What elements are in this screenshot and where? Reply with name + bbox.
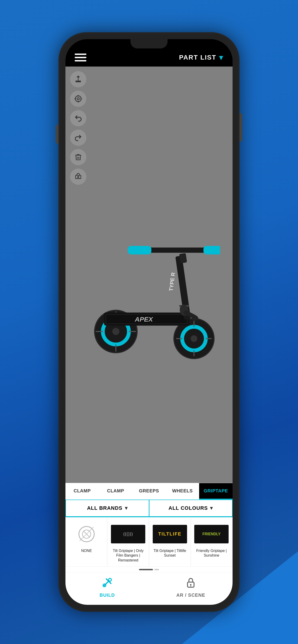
tiltlife-product-label: Tilt Griptape | Tiltlife Sunset (152, 548, 188, 558)
scroll-indicator-active (139, 569, 153, 570)
tiltlife-griptape-img: TILTLIFE (153, 525, 187, 544)
brand-filter-button[interactable]: ALL BRANDS ▾ (66, 500, 149, 517)
phone-container: PART LIST ▾ (59, 32, 239, 612)
svg-point-40 (109, 578, 111, 581)
scooter-illustration: APEX (78, 98, 220, 452)
scooter-viewer: APEX (66, 66, 232, 483)
colour-filter-button[interactable]: ALL COLOURS ▾ (149, 500, 233, 517)
tab-clamp-1[interactable]: CLAMP (66, 483, 99, 500)
tab-greeps[interactable]: GREEPS (132, 483, 166, 500)
svg-rect-30 (203, 246, 220, 254)
svg-text:APEX: APEX (135, 316, 153, 323)
tab-clamp-2[interactable]: CLAMP (99, 483, 132, 500)
power-button (239, 113, 242, 141)
build-icon (102, 577, 113, 591)
build-label: BUILD (100, 592, 115, 598)
bangers-product-image: ((())) (110, 522, 146, 546)
none-icon (79, 526, 95, 542)
nav-ar-scene[interactable]: AR / SCENE (149, 572, 232, 600)
product-grid: NONE ((())) Tilt Griptape | Only Film Ba… (66, 517, 232, 567)
product-card-tiltlife[interactable]: TILTLIFE Tilt Griptape | Tiltlife Sunset (149, 518, 191, 566)
scroll-indicator (66, 567, 232, 572)
page-wrapper: PART LIST ▾ (0, 0, 298, 644)
phone-screen: PART LIST ▾ (66, 39, 232, 605)
colour-filter-chevron: ▾ (210, 505, 213, 511)
bottom-nav: BUILD AR / SCENE (66, 572, 232, 605)
friendly-product-label: Friendly Griptape | Sunshine (194, 548, 230, 558)
part-list-button[interactable]: PART LIST ▾ (179, 53, 223, 62)
filter-row: ALL BRANDS ▾ ALL COLOURS ▾ (66, 500, 232, 517)
nav-build[interactable]: BUILD (66, 572, 149, 600)
part-list-label: PART LIST (179, 54, 216, 61)
lock-icon (185, 577, 196, 591)
brand-filter-chevron: ▾ (125, 505, 128, 511)
part-list-chevron-icon: ▾ (219, 53, 223, 62)
product-card-bangers[interactable]: ((())) Tilt Griptape | Only Film Bangers… (108, 518, 149, 566)
tab-wheels[interactable]: WHEELS (166, 483, 199, 500)
product-card-friendly[interactable]: FRIENDLY Friendly Griptape | Sunshine (191, 518, 232, 566)
hamburger-menu[interactable] (75, 54, 86, 62)
tab-griptape[interactable]: GRIPTAPE (199, 483, 232, 500)
tiltlife-product-image: TILTLIFE (152, 522, 188, 546)
part-tabs: CLAMP CLAMP GREEPS WHEELS GRIPTAPE (66, 483, 232, 500)
svg-line-36 (83, 531, 90, 537)
bangers-product-label: Tilt Griptape | Only Film Bangers | Rema… (110, 548, 146, 563)
product-card-none[interactable]: NONE (66, 518, 107, 566)
ar-scene-label: AR / SCENE (176, 592, 205, 598)
phone-notch (130, 39, 168, 48)
svg-rect-27 (179, 253, 187, 263)
svg-point-10 (112, 328, 120, 335)
scooter-image: APEX (66, 66, 232, 483)
bangers-griptape-img: ((())) (111, 525, 145, 544)
none-product-image (69, 522, 105, 546)
svg-rect-29 (128, 246, 151, 254)
scroll-indicator-dot (154, 569, 159, 570)
svg-rect-28 (147, 248, 208, 253)
friendly-griptape-img: FRIENDLY (194, 525, 229, 544)
volume-button (56, 125, 59, 144)
svg-point-17 (191, 335, 197, 342)
svg-text:TYPE R: TYPE R (168, 272, 176, 291)
friendly-product-image: FRIENDLY (194, 522, 230, 546)
none-product-label: NONE (81, 548, 92, 553)
colour-filter-label: ALL COLOURS (168, 505, 208, 511)
brand-filter-label: ALL BRANDS (87, 505, 123, 511)
